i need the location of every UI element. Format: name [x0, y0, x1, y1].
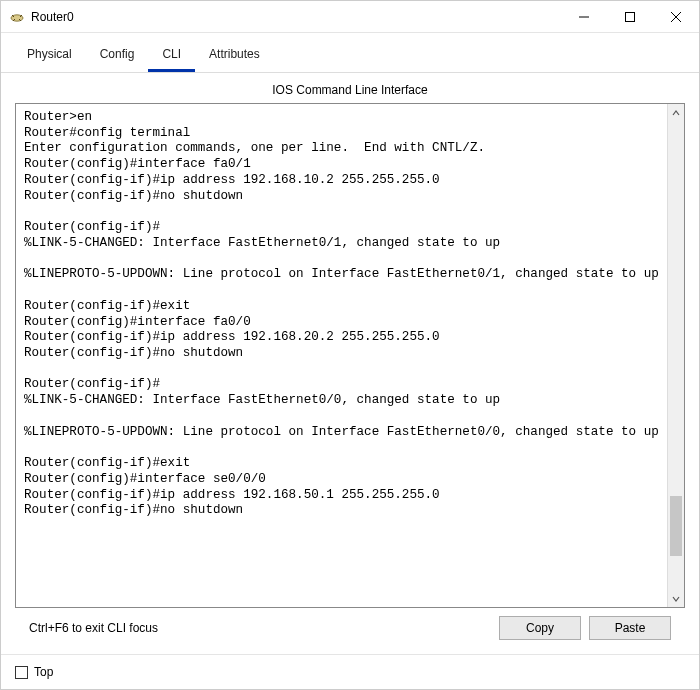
cli-panel: IOS Command Line Interface Router>en Rou… — [1, 73, 699, 654]
window-title: Router0 — [31, 10, 561, 24]
router-icon — [9, 9, 25, 25]
cli-hint: Ctrl+F6 to exit CLI focus — [29, 621, 491, 635]
titlebar: Router0 — [1, 1, 699, 33]
svg-rect-2 — [626, 12, 635, 21]
paste-button[interactable]: Paste — [589, 616, 671, 640]
tab-cli[interactable]: CLI — [148, 41, 195, 72]
copy-button[interactable]: Copy — [499, 616, 581, 640]
tab-physical[interactable]: Physical — [13, 41, 86, 72]
tab-bar: Physical Config CLI Attributes — [1, 33, 699, 73]
cli-terminal[interactable]: Router>en Router#config terminal Enter c… — [16, 104, 667, 607]
top-checkbox-label: Top — [34, 665, 53, 679]
app-window: Router0 Physical Config CLI Attributes I… — [0, 0, 700, 690]
cli-footer: Ctrl+F6 to exit CLI focus Copy Paste — [15, 608, 685, 644]
bottom-bar: Top — [1, 654, 699, 689]
terminal-container: Router>en Router#config terminal Enter c… — [15, 103, 685, 608]
terminal-scrollbar[interactable] — [667, 104, 684, 607]
minimize-button[interactable] — [561, 1, 607, 32]
scroll-down-arrow[interactable] — [668, 590, 684, 607]
scroll-thumb[interactable] — [670, 496, 682, 556]
maximize-button[interactable] — [607, 1, 653, 32]
tab-config[interactable]: Config — [86, 41, 149, 72]
scroll-up-arrow[interactable] — [668, 104, 684, 121]
tab-attributes[interactable]: Attributes — [195, 41, 274, 72]
top-checkbox[interactable] — [15, 666, 28, 679]
window-controls — [561, 1, 699, 32]
cli-heading: IOS Command Line Interface — [15, 79, 685, 103]
close-button[interactable] — [653, 1, 699, 32]
